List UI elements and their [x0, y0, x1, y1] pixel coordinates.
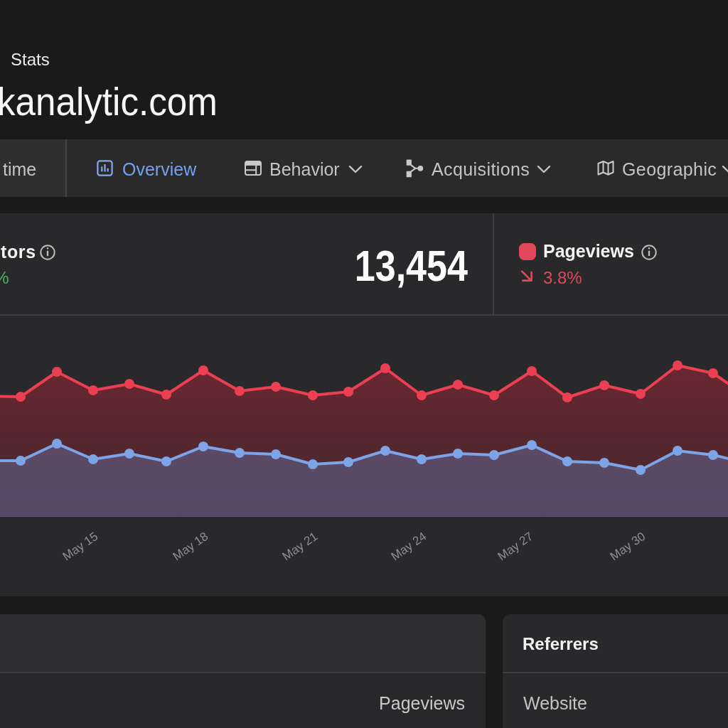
svg-text:May 27: May 27	[496, 530, 536, 564]
svg-text:May 21: May 21	[280, 530, 321, 564]
svg-text:May 15: May 15	[60, 530, 101, 564]
svg-text:May 24: May 24	[389, 530, 429, 564]
svg-text:May 30: May 30	[608, 530, 648, 564]
svg-text:May 18: May 18	[171, 530, 211, 564]
